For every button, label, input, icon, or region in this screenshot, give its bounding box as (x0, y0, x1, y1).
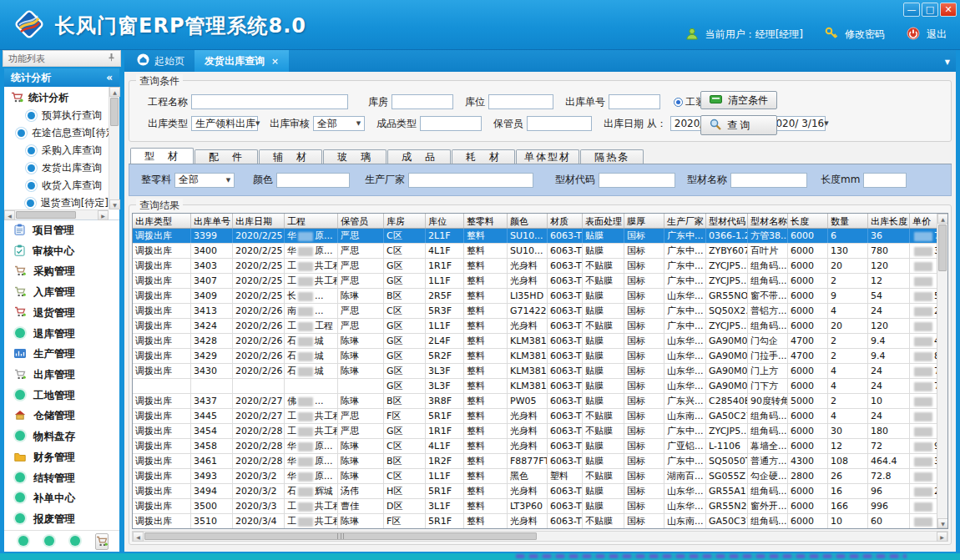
order-no-input[interactable] (609, 94, 660, 109)
whole-part-select[interactable]: 全部▼ (174, 173, 235, 188)
sidebar-menu-item[interactable]: 审核中心 (4, 241, 119, 262)
scrollbar-thumb[interactable] (144, 532, 537, 540)
tree-item[interactable]: 在途信息查询[待定] (11, 124, 109, 142)
collapse-icon[interactable]: « (106, 72, 113, 83)
length-input[interactable] (863, 173, 907, 188)
grid-column-header[interactable]: 材质 (548, 214, 583, 228)
sidebar-menu-item[interactable]: 采购管理 (4, 261, 119, 282)
grid-column-header[interactable]: 保管员 (338, 214, 384, 228)
project-name-input[interactable] (191, 94, 348, 109)
tree-horizontal-scrollbar[interactable]: ◀ ▶ (4, 209, 109, 219)
clear-conditions-button[interactable]: 清空条件 (700, 91, 777, 109)
grid-column-header[interactable]: 长度 (788, 214, 828, 228)
table-row[interactable]: 调拨出库34932020/3/2华原...陈琳C区1L1F整料黑色塑料不贴膜国标… (133, 469, 937, 484)
material-tab[interactable]: 单体型材 (516, 149, 579, 164)
sidebar-menu-item[interactable]: 报废管理 (4, 509, 119, 530)
green-circle-icon[interactable] (43, 533, 55, 549)
grid-column-header[interactable]: 生产厂家 (664, 214, 706, 228)
table-row[interactable]: 调拨出库34942020/3/2石辉城汤伟H区5R1F整料光身料6063-T5贴… (133, 484, 937, 499)
sidebar-menu-item[interactable]: 物料盘存 (4, 426, 119, 447)
table-row[interactable]: 调拨出库34132020/2/26南...严思C区5R3F整料G71422606… (133, 304, 937, 319)
table-row[interactable]: 调拨出库34452020/2/27工共工程严思F区5R1F整料光身料6063-T… (133, 409, 937, 424)
scroll-up-icon[interactable]: ▲ (937, 214, 948, 224)
close-button[interactable]: ✕ (940, 3, 957, 17)
maximize-button[interactable]: □ (922, 3, 938, 17)
sidebar-menu-item[interactable]: 入库管理 (4, 282, 119, 303)
table-row[interactable]: 调拨出库34582020/2/28华原...陈琳C区4L1F整料光身料6063-… (133, 439, 937, 454)
material-tab[interactable]: 配 件 (195, 149, 258, 164)
pin-icon[interactable] (108, 53, 115, 64)
material-tab[interactable]: 成 品 (387, 149, 451, 164)
grid-column-header[interactable]: 出库类型 (133, 214, 191, 228)
tab-shipment-query[interactable]: 发货出库查询 × (195, 50, 289, 72)
profile-code-input[interactable] (599, 173, 675, 188)
grid-column-header[interactable]: 工程 (285, 214, 338, 228)
material-tab[interactable]: 玻 璃 (323, 149, 387, 164)
table-row[interactable]: 调拨出库34372020/2/27佛...陈琳B区3R8F整料PW056063-… (133, 394, 937, 409)
warehouse-input[interactable] (392, 94, 453, 109)
grid-column-header[interactable]: 膜厚 (624, 214, 664, 228)
table-row[interactable]: 调拨出库34292020/2/26石城陈琳G区5R2F整料KLM38176063… (133, 349, 937, 364)
outbound-type-select[interactable]: 生产领料出库▼ (191, 116, 258, 131)
grid-column-header[interactable]: 表面处理 (583, 214, 624, 228)
scroll-left-icon[interactable]: ◀ (133, 532, 144, 542)
tab-overflow-icon[interactable]: ▼ (945, 58, 950, 66)
keeper-input[interactable] (527, 116, 592, 131)
tree-item[interactable]: 预算执行查询 (11, 107, 109, 124)
sidebar-menu-item[interactable]: 项目管理 (4, 220, 119, 241)
grid-vertical-scrollbar[interactable]: ▲ ▼ (937, 214, 947, 528)
scrollbar-thumb[interactable] (938, 225, 947, 271)
grid-column-header[interactable]: 库房 (384, 214, 426, 228)
product-type-input[interactable] (420, 116, 482, 131)
cart-button-icon[interactable] (95, 533, 109, 550)
table-row[interactable]: 调拨出库34032020/2/25工共工程严思G区1R1F整料光身料6063-T… (133, 259, 937, 274)
sidebar-menu-item[interactable]: 出库管理 (4, 365, 119, 386)
audit-select[interactable]: 全部▼ (313, 116, 365, 131)
change-password-link[interactable]: 修改密码 (845, 28, 885, 42)
green-circle-icon[interactable] (18, 533, 29, 549)
sidebar-menu-item[interactable]: 补单中心 (4, 489, 119, 510)
tree-item[interactable]: 采购入库查询 (11, 142, 109, 159)
table-row[interactable]: 调拨出库34242020/2/26工工程严思G区1L1F整料光身料6063-T5… (133, 319, 937, 334)
table-row[interactable]: 调拨出库35002020/3/3工共工程曹佳D区3L1F整料LT3P606063… (133, 499, 937, 514)
tree-item[interactable]: 发货出库查询 (11, 159, 109, 177)
sidebar-menu-item[interactable]: 工地管理 (4, 386, 119, 406)
table-row[interactable]: 调拨出库34072020/2/25工共工程严思G区1L1F整料光身料6063-T… (133, 274, 937, 289)
tree-item[interactable]: 收货入库查询 (11, 177, 109, 194)
grid-column-header[interactable]: 出库长度 (868, 214, 910, 228)
table-row[interactable]: 调拨出库34542020/2/28工共工程严思G区1R1F整料光身料6063-T… (133, 424, 937, 439)
search-button[interactable]: 查 询 (700, 115, 777, 135)
table-row[interactable]: 调拨出库35102020/3/4工共工程陈琳F区5R1F整料光身料6063-T5… (133, 514, 937, 528)
grid-column-header[interactable]: 颜色 (508, 214, 548, 228)
green-circle-icon[interactable] (69, 533, 81, 549)
grid-column-header[interactable]: 型材代码 (706, 214, 748, 228)
scroll-left-icon[interactable]: ◀ (4, 210, 15, 220)
scrollbar-thumb[interactable] (110, 98, 119, 126)
table-row[interactable]: 调拨出库34282020/2/26石城陈琳G区2L4F整料KLM38176063… (133, 334, 937, 349)
table-row[interactable]: 调拨出库34302020/2/26石城陈琳G区3L3F整料KLM38176063… (133, 364, 937, 379)
sidebar-menu-item[interactable]: 退货管理 (4, 303, 119, 324)
table-row[interactable]: 调拨出库34612020/2/28华原...陈琳B区1R2F整料F8877FT6… (133, 454, 937, 469)
tab-home[interactable]: 起始页 (127, 50, 195, 72)
material-tab[interactable]: 型 材 (130, 148, 194, 164)
scroll-down-icon[interactable]: ▼ (109, 199, 120, 209)
grid-column-header[interactable]: 库位 (426, 214, 464, 228)
grid-horizontal-scrollbar[interactable]: ◀ ▶ (132, 531, 948, 542)
sidebar-menu-item[interactable]: 生产管理 (4, 344, 119, 365)
tab-close-icon[interactable]: × (271, 56, 279, 67)
grid-column-header[interactable]: 数量 (828, 214, 868, 228)
tree-vertical-scrollbar[interactable]: ▲ ▼ (109, 87, 119, 209)
material-tab[interactable]: 辅 材 (259, 149, 322, 164)
scrollbar-thumb[interactable] (16, 211, 76, 219)
sidebar-menu-item[interactable]: 仓储管理 (4, 406, 119, 427)
sidebar-group-header[interactable]: 统计分析 « (4, 68, 119, 87)
minimize-button[interactable]: — (903, 3, 920, 17)
table-row[interactable]: 调拨出库34092020/2/25长...陈琳B区2R5F整料LI35HD606… (133, 289, 937, 304)
scroll-right-icon[interactable]: ▶ (937, 532, 947, 542)
scroll-right-icon[interactable]: ▶ (98, 210, 109, 220)
sidebar-menu-item[interactable]: 结转管理 (4, 468, 119, 489)
manufacturer-input[interactable] (408, 173, 533, 188)
tree-root[interactable]: 统计分析 (11, 89, 109, 107)
table-row[interactable]: G区3L3F整料KLM38176063-T5贴膜国标山东华...GA90M09.… (133, 379, 937, 394)
scroll-up-icon[interactable]: ▲ (109, 87, 120, 97)
